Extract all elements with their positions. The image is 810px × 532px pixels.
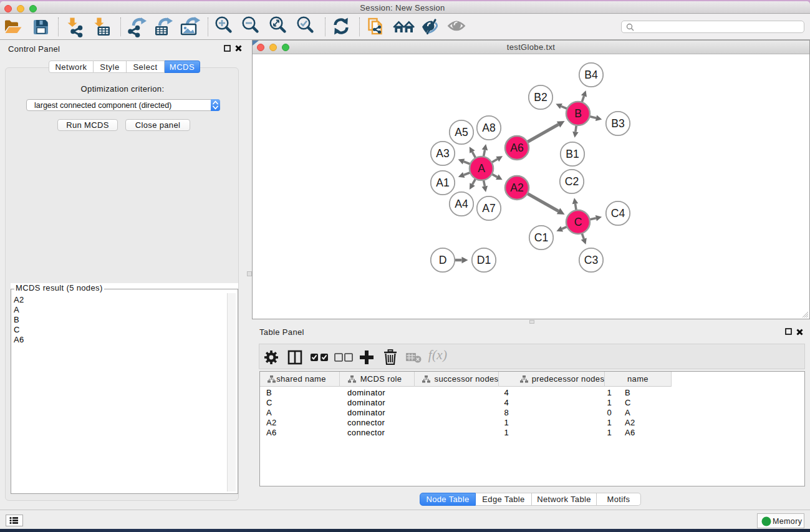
svg-text:A2: A2 xyxy=(510,181,524,194)
svg-text:C4: C4 xyxy=(611,207,625,220)
svg-text:B: B xyxy=(574,107,582,120)
svg-text:A7: A7 xyxy=(482,202,496,215)
svg-text:B3: B3 xyxy=(611,117,625,130)
svg-text:A8: A8 xyxy=(482,122,496,134)
svg-text:A3: A3 xyxy=(436,147,450,160)
svg-text:A1: A1 xyxy=(436,177,450,189)
svg-text:C2: C2 xyxy=(565,175,579,188)
svg-text:A4: A4 xyxy=(455,198,468,210)
svg-text:B2: B2 xyxy=(534,91,547,104)
svg-text:B1: B1 xyxy=(566,148,579,160)
svg-text:C3: C3 xyxy=(584,254,599,266)
svg-text:A5: A5 xyxy=(455,126,468,138)
svg-text:B4: B4 xyxy=(584,69,598,81)
svg-text:A: A xyxy=(478,162,485,175)
svg-text:D: D xyxy=(439,254,447,266)
svg-text:A6: A6 xyxy=(510,142,524,154)
svg-text:C: C xyxy=(574,216,582,228)
svg-text:C1: C1 xyxy=(534,231,549,244)
svg-text:D1: D1 xyxy=(477,254,491,266)
